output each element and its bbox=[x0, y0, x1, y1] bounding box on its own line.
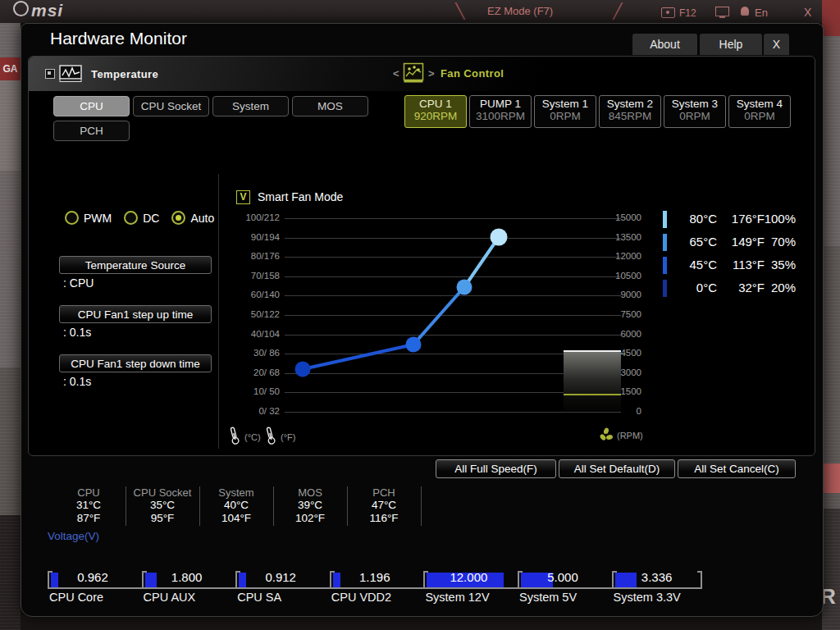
readout-fahrenheit: 95°F bbox=[126, 512, 199, 525]
monitor-panel: Temperature < > Fan Control CPUCPU Socke… bbox=[28, 56, 815, 456]
temp-tab-cpu-socket[interactable]: CPU Socket bbox=[133, 96, 209, 116]
fan-control-prev-arrow[interactable]: < bbox=[393, 67, 399, 80]
field-button-temperature-source[interactable]: Temperature Source bbox=[59, 256, 212, 274]
radio-circle-pwm bbox=[65, 211, 79, 225]
radio-dc[interactable]: DC bbox=[124, 211, 159, 225]
thermometer-celsius-icon bbox=[229, 426, 240, 449]
readout-label: CPU bbox=[52, 486, 126, 499]
all-full-speed-button[interactable]: All Full Speed(F) bbox=[436, 459, 556, 478]
panel-divider bbox=[218, 174, 219, 449]
fan-curve-point-3[interactable] bbox=[457, 280, 472, 295]
language-label: En bbox=[755, 7, 768, 19]
fan-curve-point-4[interactable] bbox=[491, 229, 508, 246]
readout-cpu: CPU31°C87°F bbox=[52, 486, 126, 526]
curve-point-percent: 100% bbox=[759, 212, 796, 226]
radio-label-auto: Auto bbox=[190, 212, 214, 225]
y-axis-tick-left: 90/194 bbox=[222, 232, 280, 242]
fan-tab-rpm: 0RPM bbox=[729, 110, 790, 122]
radio-circle-dc bbox=[124, 211, 138, 225]
celsius-unit-label: (°C) bbox=[244, 432, 261, 442]
about-button[interactable]: About bbox=[632, 34, 697, 55]
radio-pwm[interactable]: PWM bbox=[65, 211, 112, 225]
section-checkbox-icon[interactable] bbox=[45, 69, 55, 79]
fan-curve-segment bbox=[464, 237, 499, 287]
y-axis-tick-right: 3000 bbox=[596, 368, 641, 377]
y-axis-tick-left: 40/104 bbox=[222, 329, 280, 339]
fan-curve-table-row: 80°C176°F100% bbox=[660, 208, 824, 231]
readout-celsius: 40°C bbox=[199, 499, 273, 512]
temp-tab-mos[interactable]: MOS bbox=[292, 96, 368, 116]
voltage-value-system-5v: 5.000 bbox=[518, 570, 608, 584]
y-axis-tick-right: 9000 bbox=[596, 290, 641, 299]
background-red-patch-top bbox=[822, 0, 840, 36]
y-axis-tick-left: 50/122 bbox=[222, 309, 280, 319]
notification-bell-icon bbox=[741, 7, 749, 16]
field-value-cpu-fan1-step-down-time: : 0.1s bbox=[63, 375, 91, 388]
voltage-value-cpu-sa: 0.912 bbox=[235, 570, 326, 584]
close-button[interactable]: X bbox=[764, 34, 789, 55]
fan-curve-point-2[interactable] bbox=[406, 337, 422, 353]
fan-curve-table-row: 0°C32°F20% bbox=[660, 277, 824, 300]
voltage-label-system-12v: System 12V bbox=[425, 591, 489, 604]
help-button[interactable]: Help bbox=[700, 34, 762, 55]
smart-fan-mode-checkbox[interactable]: V bbox=[236, 190, 250, 204]
clock-icon bbox=[13, 1, 29, 16]
field-value-cpu-fan1-step-up-time: : 0.1s bbox=[63, 326, 91, 339]
temp-tab-system[interactable]: System bbox=[212, 96, 289, 116]
y-axis-tick-left: 20/ 68 bbox=[222, 368, 280, 377]
field-button-cpu-fan1-step-down-time[interactable]: CPU Fan1 step down time bbox=[59, 354, 212, 372]
fan-tab-name: System 4 bbox=[729, 98, 790, 110]
fan-mode-radio-group: PWMDCAuto bbox=[65, 211, 214, 225]
readout-fahrenheit: 102°F bbox=[273, 512, 347, 525]
curve-point-fahrenheit: 113°F bbox=[692, 258, 765, 272]
fan-tab-pump-1[interactable]: PUMP 13100RPM bbox=[469, 95, 532, 128]
fan-curve-segment bbox=[413, 287, 464, 345]
fan-tab-system-4[interactable]: System 40RPM bbox=[728, 95, 791, 128]
fan-tab-rpm: 0RPM bbox=[535, 110, 596, 122]
background-close-label: X bbox=[804, 6, 811, 19]
fan-rpm-icon bbox=[599, 427, 614, 445]
voltage-label-system-5v: System 5V bbox=[519, 591, 577, 604]
chart-gridline bbox=[285, 412, 621, 413]
voltage-label-cpu-aux: CPU AUX bbox=[144, 591, 196, 604]
curve-point-percent: 20% bbox=[759, 281, 796, 294]
all-set-cancel-button[interactable]: All Set Cancel(C) bbox=[678, 459, 796, 478]
y-axis-tick-right: 4500 bbox=[596, 348, 641, 358]
y-axis-tick-left: 60/140 bbox=[222, 290, 280, 299]
fan-curve-point-1[interactable] bbox=[295, 362, 311, 377]
voltage-label-system-3-3v: System 3.3V bbox=[614, 591, 681, 604]
radio-label-pwm: PWM bbox=[84, 212, 112, 225]
curve-point-color-tick bbox=[663, 211, 667, 228]
temp-tab-cpu[interactable]: CPU bbox=[53, 96, 130, 116]
ez-mode-slash-left-icon bbox=[454, 2, 465, 20]
voltage-label-cpu-core: CPU Core bbox=[49, 591, 103, 604]
page-title: Hardware Monitor bbox=[50, 29, 187, 48]
fan-curve-plot bbox=[285, 218, 621, 412]
voltage-section-title: Voltage(V) bbox=[48, 530, 99, 542]
readout-label: PCH bbox=[347, 486, 421, 499]
field-value-temperature-source: : CPU bbox=[63, 276, 94, 290]
fan-curve-svg bbox=[285, 218, 621, 412]
y-axis-tick-right: 7500 bbox=[596, 309, 641, 319]
fan-tab-system-2[interactable]: System 2845RPM bbox=[599, 95, 661, 128]
readout-pch: PCH47°C116°F bbox=[347, 486, 422, 526]
fan-tab-system-3[interactable]: System 30RPM bbox=[664, 95, 726, 128]
screenshot-camera-icon bbox=[661, 7, 675, 18]
fan-tab-system-1[interactable]: System 10RPM bbox=[534, 95, 596, 128]
curve-point-color-tick bbox=[663, 234, 667, 251]
readout-fahrenheit: 87°F bbox=[52, 512, 126, 525]
fan-tab-cpu-1[interactable]: CPU 1920RPM bbox=[404, 95, 467, 128]
background-top-bar: msi EZ Mode (F7) F12 En X bbox=[0, 0, 822, 23]
radio-auto[interactable]: Auto bbox=[171, 211, 214, 225]
readout-celsius: 31°C bbox=[52, 499, 126, 512]
all-set-default-button[interactable]: All Set Default(D) bbox=[559, 459, 675, 478]
fan-curve-table-row: 65°C149°F70% bbox=[660, 231, 824, 254]
ez-mode-button: EZ Mode (F7) bbox=[487, 5, 553, 17]
monitor-icon bbox=[715, 7, 729, 16]
field-button-cpu-fan1-step-up-time[interactable]: CPU Fan1 step up time bbox=[59, 305, 212, 323]
y-axis-tick-left: 70/158 bbox=[222, 271, 280, 281]
temp-tab-pch[interactable]: PCH bbox=[53, 121, 130, 141]
readout-fahrenheit: 116°F bbox=[347, 512, 421, 525]
fan-control-next-arrow[interactable]: > bbox=[428, 67, 435, 80]
temperature-tabs: CPUCPU SocketSystemMOSPCH bbox=[53, 96, 381, 145]
